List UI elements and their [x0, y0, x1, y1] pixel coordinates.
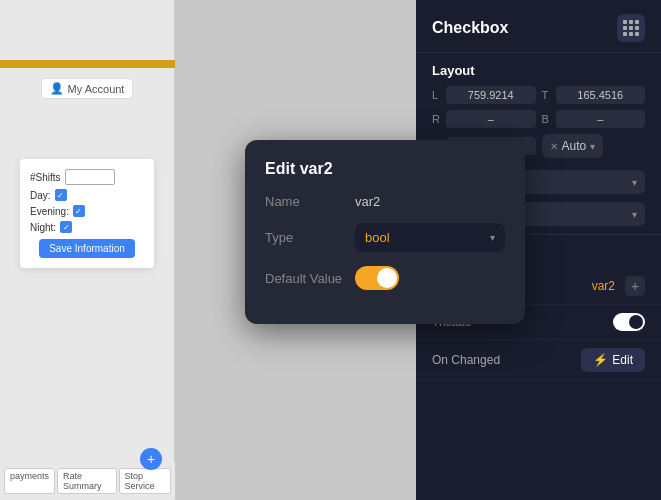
- shifts-input[interactable]: [65, 169, 115, 185]
- field-auto: ✕ Auto ▾: [542, 134, 646, 158]
- lightning-icon: ⚡: [593, 353, 608, 367]
- edit-modal[interactable]: Edit var2 Name var2 Type bool ▾ Default …: [245, 140, 525, 324]
- grid-icon-button[interactable]: [617, 14, 645, 42]
- evening-label: Evening:: [30, 206, 69, 217]
- label-L: L: [432, 89, 442, 101]
- tab-payments[interactable]: payments: [4, 468, 55, 494]
- chevron-down-icon: ▾: [632, 177, 637, 188]
- evening-row: Evening: ✓: [30, 205, 144, 217]
- modal-type-row: Type bool ▾: [265, 223, 505, 252]
- yellow-bar: [0, 60, 175, 68]
- edit-button[interactable]: ⚡ Edit: [581, 348, 645, 372]
- on-changed-row: On Changed ⚡ Edit: [416, 340, 661, 381]
- modal-title: Edit var2: [265, 160, 505, 178]
- day-label: Day:: [30, 190, 51, 201]
- grid-dots: [623, 20, 639, 36]
- modal-default-label: Default Value: [265, 271, 355, 286]
- day-row: Day: ✓: [30, 189, 144, 201]
- tab-rate-summary[interactable]: Rate Summary: [57, 468, 117, 494]
- value-text: var2: [592, 279, 615, 293]
- plus-button[interactable]: +: [625, 276, 645, 296]
- form-panel: #Shifts Day: ✓ Evening: ✓ Night: ✓: [20, 159, 154, 268]
- add-button[interactable]: +: [140, 448, 162, 470]
- type-select[interactable]: bool ▾: [355, 223, 505, 252]
- night-label: Night:: [30, 222, 56, 233]
- auto-label: Auto: [562, 139, 587, 153]
- label-B: B: [542, 113, 552, 125]
- night-row: Night: ✓: [30, 221, 144, 233]
- panel-title: Checkbox: [432, 19, 508, 37]
- modal-default-row: Default Value: [265, 266, 505, 290]
- shifts-row: #Shifts: [30, 169, 144, 185]
- save-information-button[interactable]: Save Information: [39, 239, 135, 258]
- left-panel: 👤 My Account #Shifts Day: ✓ Evening: ✓: [0, 0, 175, 500]
- edit-button-label: Edit: [612, 353, 633, 367]
- dot: [629, 32, 633, 36]
- label-T: T: [542, 89, 552, 101]
- field-T: T 165.4516: [542, 86, 646, 104]
- auto-select[interactable]: ✕ Auto ▾: [542, 134, 604, 158]
- chevron-down-icon: ▾: [632, 209, 637, 220]
- modal-type-label: Type: [265, 230, 355, 245]
- value-B[interactable]: –: [556, 110, 646, 128]
- on-changed-label: On Changed: [432, 353, 500, 367]
- chevron-down-icon: ▾: [590, 141, 595, 152]
- my-account-label: My Account: [68, 83, 125, 95]
- dot: [635, 20, 639, 24]
- type-value: bool: [365, 230, 390, 245]
- right-panel-header: Checkbox: [416, 0, 661, 53]
- tab-stop-service[interactable]: Stop Service: [119, 468, 171, 494]
- dot: [635, 26, 639, 30]
- modal-name-value[interactable]: var2: [355, 194, 505, 209]
- dot: [629, 20, 633, 24]
- layout-section-title: Layout: [416, 53, 661, 86]
- dot: [623, 20, 627, 24]
- dot: [635, 32, 639, 36]
- value-R[interactable]: –: [446, 110, 536, 128]
- my-account-button[interactable]: 👤 My Account: [41, 78, 134, 99]
- night-checkbox[interactable]: ✓: [60, 221, 72, 233]
- default-value-toggle[interactable]: [355, 266, 399, 290]
- tristate-toggle[interactable]: [613, 313, 645, 331]
- chevron-down-icon: ▾: [490, 232, 495, 243]
- field-L: L 759.9214: [432, 86, 536, 104]
- dot: [623, 26, 627, 30]
- field-B: B –: [542, 110, 646, 128]
- value-L[interactable]: 759.9214: [446, 86, 536, 104]
- field-R: R –: [432, 110, 536, 128]
- modal-name-label: Name: [265, 194, 355, 209]
- shifts-label: #Shifts: [30, 172, 61, 183]
- dot: [629, 26, 633, 30]
- label-R: R: [432, 113, 442, 125]
- evening-checkbox[interactable]: ✓: [73, 205, 85, 217]
- modal-name-row: Name var2: [265, 194, 505, 209]
- dot: [623, 32, 627, 36]
- value-T[interactable]: 165.4516: [556, 86, 646, 104]
- day-checkbox[interactable]: ✓: [55, 189, 67, 201]
- user-icon: 👤: [50, 82, 64, 95]
